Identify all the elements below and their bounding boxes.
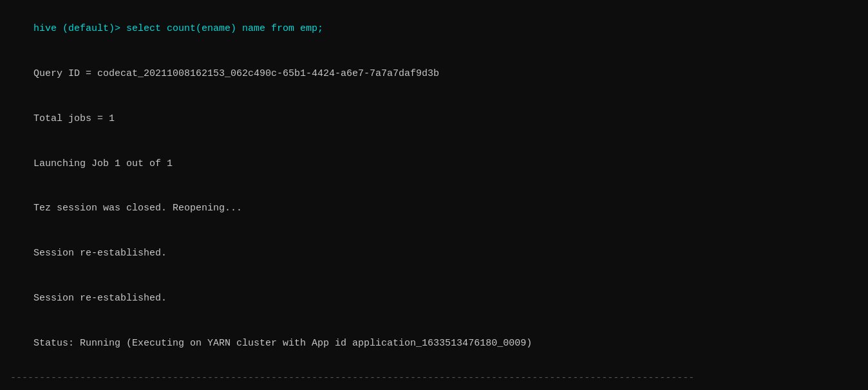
prompt-text: hive (default)> select count(ename) name… [33,23,323,34]
session-line-1: Session re-established. [10,231,858,276]
tez-line: Tez session was closed. Reopening... [10,186,858,231]
dashes-1: ----------------------------------------… [10,371,858,385]
status-line: Status: Running (Executing on YARN clust… [10,320,858,366]
terminal-window: hive (default)> select count(ename) name… [10,6,858,390]
session-line-2: Session re-established. [10,276,858,321]
launching-text: Launching Job 1 out of 1 [33,158,173,169]
tez-text: Tez session was closed. Reopening... [33,203,242,214]
status-text: Status: Running (Executing on YARN clust… [33,338,532,349]
query-id-line: Query ID = codecat_20211008162153_062c49… [10,51,858,97]
total-jobs-line: Total jobs = 1 [10,97,858,142]
table-header: VERTICES MODE STATUS TOTAL COMPLETED RUN… [10,385,858,390]
session-text-1: Session re-established. [33,248,167,259]
prompt-line: hive (default)> select count(ename) name… [10,6,858,51]
total-jobs-text: Total jobs = 1 [33,113,115,124]
session-text-2: Session re-established. [33,293,167,304]
query-id-text: Query ID = codecat_20211008162153_062c49… [33,68,439,79]
launching-line: Launching Job 1 out of 1 [10,141,858,186]
